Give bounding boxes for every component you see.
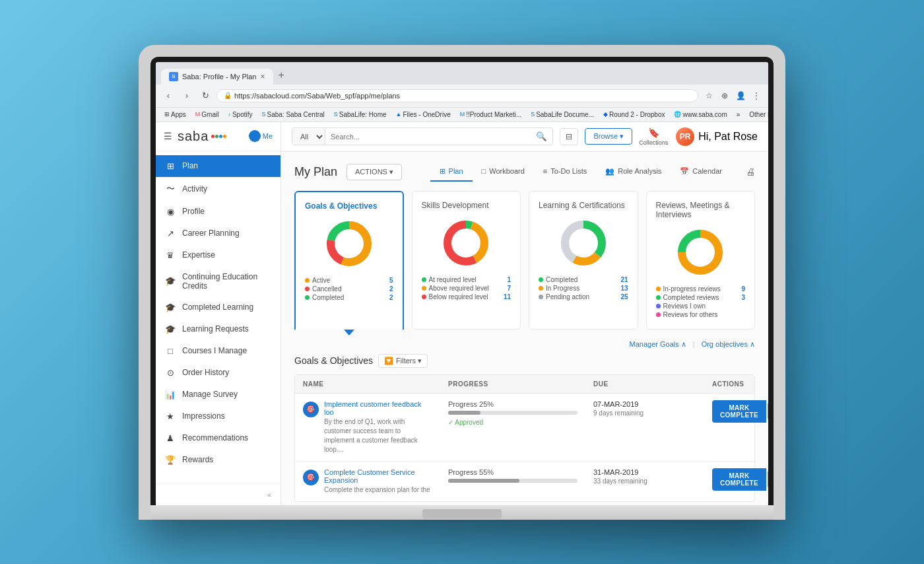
search-filter-select[interactable]: All <box>292 129 325 145</box>
sidebar-item-learning-requests[interactable]: 🎓 Learning Requests <box>156 318 280 340</box>
tab-todo-label: To-Do Lists <box>550 167 587 175</box>
tab-role-analysis[interactable]: 👥 Role Analysis <box>596 162 671 182</box>
goal-1-due-date: 07-MAR-2019 <box>593 400 696 408</box>
sidebar-item-profile[interactable]: ◉ Profile <box>156 201 280 223</box>
user-profile[interactable]: PR Hi, Pat Rose <box>676 127 758 146</box>
browse-button[interactable]: Browse ▾ <box>585 128 632 145</box>
goals-legend-active: Active 5 <box>305 277 393 284</box>
browser-action-icons: ☆ ⊕ 👤 ⋮ <box>702 89 763 102</box>
sidebar-item-courses-manage[interactable]: □ Courses I Manage <box>156 340 280 362</box>
collections-button[interactable]: 🔖 Collections <box>639 127 668 146</box>
sidebar-item-recommendations[interactable]: ♟ Recommendations <box>156 427 280 449</box>
sidebar-item-activity-label: Activity <box>182 184 207 194</box>
extensions-icon[interactable]: ⊕ <box>718 89 731 102</box>
bookmark-other[interactable]: Other Bookmarks <box>746 110 768 120</box>
bookmark-gmail[interactable]: M Gmail <box>192 110 222 120</box>
bookmark-saba-central[interactable]: S Saba: Saba Central <box>259 110 328 120</box>
sidebar-header: ☰ saba 👤 Me <box>156 122 280 151</box>
sidebar-item-continuing-education[interactable]: 🎓 Continuing Education Credits <box>156 266 280 297</box>
goal-2-mark-complete-button[interactable]: MARK COMPLETE <box>712 468 766 491</box>
bookmark-more[interactable]: » <box>733 110 744 120</box>
bookmark-dropbox[interactable]: ◆ Round 2 - Dropbox <box>600 110 669 120</box>
tab-title: Saba: Profile - My Plan <box>182 73 257 81</box>
sidebar-item-continuing-education-label: Continuing Education Credits <box>182 272 271 291</box>
reviews-card[interactable]: Reviews, Meetings & Interviews <box>646 191 756 330</box>
goal-2-progress-label: Progress 55% <box>448 468 578 476</box>
sidebar-item-rewards[interactable]: 🏆 Rewards <box>156 449 280 471</box>
goal-1-title[interactable]: Implement customer feedback loo <box>324 400 432 416</box>
goal-1-actions-cell: MARK COMPLETE ▾ <box>704 394 768 429</box>
saba-website-icon: 🌐 <box>674 111 681 118</box>
bookmark-sabalife-docs[interactable]: S SabaLife Docume... <box>527 110 597 120</box>
reload-button[interactable]: ↻ <box>198 88 213 103</box>
goal-1-mark-complete-button[interactable]: MARK COMPLETE <box>712 400 766 423</box>
goal-2-title[interactable]: Complete Customer Service Expansion <box>324 468 432 484</box>
tab-calendar[interactable]: 📅 Calendar <box>671 162 731 182</box>
search-filter-button[interactable]: ⊟ <box>560 128 578 145</box>
address-bar[interactable]: 🔒 https://sabacloud.com/Saba/Web_spf/app… <box>216 89 698 102</box>
tab-plan-label: Plan <box>449 167 463 175</box>
goal-2-due-cell: 31-MAR-2019 33 days remaining <box>585 462 704 491</box>
browser-tab-active[interactable]: S Saba: Profile - My Plan × <box>161 69 273 85</box>
skills-card[interactable]: Skills Development <box>412 191 521 330</box>
search-input[interactable] <box>325 129 531 144</box>
completed-learning-icon: 🎓 <box>165 302 176 312</box>
goals-card[interactable]: Goals & Objectives <box>294 191 404 330</box>
skills-legend-at-level: At required level 1 <box>422 276 512 283</box>
collections-icon: 🔖 <box>648 127 659 138</box>
tab-todo-lists[interactable]: ≡ To-Do Lists <box>534 162 596 181</box>
skills-legend-below-level: Below required level 11 <box>422 293 512 300</box>
learning-card[interactable]: Learning & Certifications <box>529 191 638 330</box>
sidebar-item-career-planning[interactable]: ↗ Career Planning <box>156 223 280 244</box>
org-objectives-link[interactable]: Org objectives ∧ <box>702 340 755 349</box>
browser-nav-bar: ‹ › ↻ 🔒 https://sabacloud.com/Saba/Web_s… <box>156 85 768 107</box>
new-tab-button[interactable]: + <box>273 66 290 85</box>
bookmark-product-marketing[interactable]: M !!Product Marketi... <box>457 110 525 120</box>
impressions-icon: ★ <box>165 411 176 421</box>
back-button[interactable]: ‹ <box>161 88 176 103</box>
tab-workboard[interactable]: □ Workboard <box>473 162 534 181</box>
tab-plan[interactable]: ⊞ Plan <box>430 162 473 182</box>
sidebar-item-impressions[interactable]: ★ Impressions <box>156 405 280 427</box>
gmail-icon: M <box>195 111 201 118</box>
sidebar-item-completed-learning[interactable]: 🎓 Completed Learning <box>156 297 280 318</box>
bookmark-star-icon[interactable]: ☆ <box>702 89 715 102</box>
sidebar-item-learning-requests-label: Learning Requests <box>182 324 249 334</box>
profile-nav-icon: ◉ <box>165 207 176 217</box>
manager-goals-link[interactable]: Manager Goals ∧ <box>630 340 686 349</box>
logo-dot-orange <box>223 135 226 138</box>
search-button[interactable]: 🔍 <box>531 128 552 145</box>
col-header-name: NAME <box>295 375 440 393</box>
page-title: My Plan <box>294 165 337 179</box>
sidebar-collapse-button[interactable]: « <box>156 483 280 505</box>
goals-filter-button[interactable]: 🔽 Filters ▾ <box>378 354 428 368</box>
profile-icon[interactable]: 👤 <box>734 89 747 102</box>
main-content: All 🔍 ⊟ Browse ▾ 🔖 Collection <box>281 122 768 505</box>
sidebar-item-expertise[interactable]: ♛ Expertise <box>156 244 280 266</box>
sidebar-item-plan[interactable]: ⊞ Plan <box>156 155 280 177</box>
me-badge[interactable]: 👤 Me <box>249 130 273 142</box>
bookmark-onedrive[interactable]: ▲ Files - OneDrive <box>393 110 454 120</box>
lock-icon: 🔒 <box>224 92 232 99</box>
bookmark-spotify[interactable]: ♪ Spotify <box>224 110 255 120</box>
user-greeting-text: Hi, Pat Rose <box>698 131 758 143</box>
sidebar-item-activity[interactable]: 〜 Activity <box>156 177 280 201</box>
goal-2-due-date: 31-MAR-2019 <box>593 468 696 476</box>
print-icon[interactable]: 🖨 <box>746 166 755 177</box>
forward-button[interactable]: › <box>180 88 194 103</box>
tab-close-button[interactable]: × <box>261 72 265 81</box>
reviews-donut-chart <box>674 226 727 279</box>
actions-button[interactable]: ACTIONS ▾ <box>346 164 402 180</box>
bookmark-saba-com[interactable]: 🌐 www.saba.com <box>671 110 730 120</box>
goal-2-mark-complete-dropdown[interactable]: ▾ <box>768 472 768 487</box>
menu-icon[interactable]: ⋮ <box>750 89 763 102</box>
bookmark-apps[interactable]: ⊞ Apps <box>161 110 189 120</box>
logo-dot-red <box>211 135 214 138</box>
goal-1-mark-complete-dropdown[interactable]: ▾ <box>768 404 768 419</box>
sidebar-item-order-history[interactable]: ⊙ Order History <box>156 362 280 384</box>
hamburger-menu-icon[interactable]: ☰ <box>164 131 172 141</box>
bookmark-sabalife[interactable]: S SabaLife: Home <box>331 110 390 120</box>
sidebar-item-manage-survey[interactable]: 📊 Manage Survey <box>156 384 280 405</box>
goals-legend-cancelled: Cancelled 2 <box>305 285 393 293</box>
dropbox-icon: ◆ <box>603 111 608 118</box>
